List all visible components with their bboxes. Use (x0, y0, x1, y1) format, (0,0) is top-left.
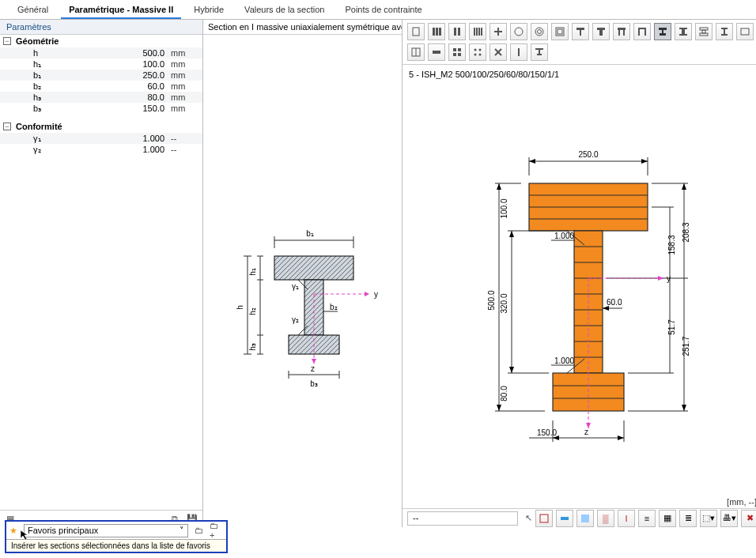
section-bar-icon[interactable] (510, 43, 527, 61)
picker-icon[interactable]: ↖ (521, 511, 535, 526)
param-row-h3[interactable]: h₃ 80.0 mm (0, 92, 202, 103)
param-value[interactable]: 250.0 (128, 70, 168, 81)
param-unit: mm (168, 92, 199, 103)
svg-marker-117 (529, 159, 535, 164)
svg-point-53 (538, 30, 542, 34)
param-value[interactable]: 80.0 (128, 92, 168, 103)
section-cols-icon[interactable] (448, 23, 466, 40)
tab-parametric[interactable]: Paramétrique - Massive II (61, 2, 181, 19)
svg-rect-77 (721, 34, 728, 36)
param-value[interactable]: 100.0 (128, 58, 168, 70)
group-geometry[interactable]: − Géométrie (0, 35, 202, 47)
view-tag-icon[interactable] (556, 510, 573, 527)
svg-text:b₂: b₂ (330, 303, 338, 311)
section-ibeam-icon[interactable] (654, 23, 671, 40)
view-lines2-icon[interactable]: ≣ (679, 510, 697, 527)
parameters-tree[interactable]: − Géométrie h 500.0 mm h₁ 100.0 mm b₁ 25… (0, 35, 202, 510)
section-bridge-icon[interactable] (613, 23, 630, 40)
param-value[interactable]: 1.000 (128, 133, 168, 144)
svg-rect-56 (576, 28, 584, 30)
view-ibeam-icon[interactable]: I (618, 510, 635, 527)
svg-rect-75 (721, 28, 728, 29)
view-lines-icon[interactable]: ≡ (638, 510, 656, 527)
param-row-g2[interactable]: γ₂ 1.000 -- (0, 144, 202, 155)
section-box3-icon[interactable] (407, 43, 425, 61)
svg-text:h₂: h₂ (248, 307, 257, 315)
param-row-b3[interactable]: b₃ 150.0 mm (0, 103, 202, 114)
schematic-svg: b₁ b₃ b₂ h h₁ h₂ (219, 217, 393, 406)
star-icon[interactable]: ★ (9, 526, 17, 536)
section-ithin-icon[interactable] (716, 23, 733, 40)
svg-text:z: z (311, 364, 315, 373)
param-row-g1[interactable]: γ₁ 1.000 -- (0, 133, 202, 144)
param-value[interactable]: 150.0 (128, 103, 168, 114)
param-value[interactable]: 60.0 (128, 81, 168, 92)
section-slab-icon[interactable] (428, 43, 445, 61)
svg-rect-81 (433, 51, 440, 54)
param-name: h₃ (33, 92, 128, 103)
section-tee-icon[interactable] (572, 23, 589, 40)
param-row-h[interactable]: h 500.0 mm (0, 47, 202, 58)
section-dots-icon[interactable] (469, 43, 486, 61)
svg-text:y: y (667, 274, 671, 283)
svg-rect-83 (458, 48, 461, 51)
param-row-h1[interactable]: h₁ 100.0 mm (0, 58, 202, 70)
param-value[interactable]: 500.0 (128, 47, 168, 58)
section-channel-icon[interactable] (633, 23, 651, 40)
favorites-tooltip: Insérer les sections sélectionnées dans … (6, 539, 226, 552)
svg-rect-73 (702, 30, 705, 33)
svg-marker-161 (658, 276, 663, 281)
section-tee2-icon[interactable] (592, 23, 610, 40)
param-unit: mm (168, 47, 199, 58)
view-grid-icon[interactable]: ▦ (659, 510, 676, 527)
reset-icon[interactable]: ✖ (741, 510, 756, 527)
svg-text:z: z (584, 428, 588, 436)
param-value[interactable]: 1.000 (128, 144, 168, 155)
svg-text:h₁: h₁ (248, 268, 257, 276)
view-stress-icon[interactable]: ▒ (597, 510, 614, 527)
new-folder-icon[interactable]: 🗀 (191, 523, 206, 537)
param-name: b₂ (33, 81, 128, 92)
param-unit: mm (168, 70, 199, 81)
view-menu-icon[interactable]: ⬚▾ (700, 510, 717, 527)
section-dense-cols-icon[interactable] (469, 23, 486, 40)
param-row-b2[interactable]: b₂ 60.0 mm (0, 81, 202, 92)
section-box-icon[interactable] (551, 23, 569, 40)
svg-rect-62 (623, 30, 625, 36)
section-striped-icon[interactable] (428, 23, 445, 40)
view-box-icon[interactable] (535, 510, 553, 527)
section-rect-icon[interactable] (407, 23, 425, 40)
svg-text:60.0: 60.0 (607, 298, 622, 307)
tab-section-values[interactable]: Valeurs de la section (236, 2, 332, 19)
add-favorite-icon[interactable]: 🗀+ (209, 523, 223, 537)
svg-rect-58 (597, 28, 605, 30)
svg-rect-167 (561, 517, 569, 520)
favorites-dropdown[interactable]: Favoris principaux ˅ (24, 524, 188, 537)
section-iwide-icon[interactable] (675, 23, 692, 40)
group-conformity[interactable]: − Conformité (0, 120, 202, 133)
tab-general[interactable]: Général (9, 2, 56, 19)
favorites-strip: ★ Favoris principaux ˅ 🗀 🗀+ Insérer les … (5, 520, 228, 553)
svg-rect-82 (453, 48, 456, 51)
section-ring-icon[interactable] (531, 23, 548, 40)
tab-stress-points[interactable]: Points de contrainte (337, 2, 429, 19)
collapse-icon[interactable]: − (3, 37, 11, 45)
svg-rect-92 (518, 48, 520, 56)
svg-text:y: y (374, 290, 378, 299)
section-x-icon[interactable] (490, 43, 507, 61)
svg-text:b₃: b₃ (310, 379, 318, 388)
svg-text:h₃: h₃ (248, 343, 257, 351)
svg-rect-71 (679, 34, 687, 36)
section-ihollow-icon[interactable] (695, 23, 713, 40)
section-box2-icon[interactable] (736, 23, 754, 40)
view-hatched-icon[interactable] (576, 510, 594, 527)
collapse-icon[interactable]: − (3, 123, 11, 130)
section-grid-icon[interactable] (448, 43, 466, 61)
section-cross-icon[interactable] (490, 23, 507, 40)
section-circle-icon[interactable] (510, 23, 527, 40)
section-ivar-icon[interactable] (531, 43, 548, 61)
svg-marker-124 (618, 435, 624, 440)
param-row-b1[interactable]: b₁ 250.0 mm (0, 70, 202, 81)
tab-hybrid[interactable]: Hybride (186, 2, 232, 19)
print-icon[interactable]: 🖶▾ (720, 510, 738, 527)
